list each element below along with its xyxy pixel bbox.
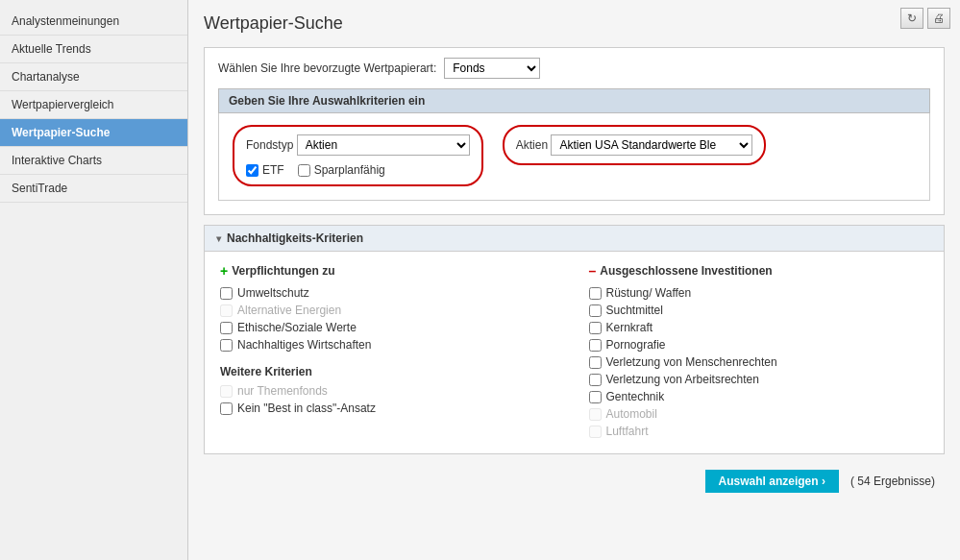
best-in-class-checkbox[interactable] xyxy=(220,402,233,415)
main-content: ↻ 🖨 Wertpapier-Suche Wählen Sie Ihre bev… xyxy=(188,0,960,560)
checkbox-row: ETF Sparplanfähig xyxy=(246,163,470,177)
sidebar-item-aktuelle-trends[interactable]: Aktuelle Trends xyxy=(0,36,187,63)
aktien-select[interactable]: Aktien USA Standardwerte Ble Aktien Euro… xyxy=(551,134,752,156)
nachhaltigkeits-header[interactable]: ▾ Nachhaltigkeits-Kriterien xyxy=(205,226,944,252)
ruestung-checkbox[interactable] xyxy=(589,287,602,300)
check-suchtmittel: Suchtmittel xyxy=(589,304,929,317)
bottom-bar: Auswahl anzeigen › ( 54 Ergebnisse) xyxy=(204,464,945,499)
nur-themenfonds-checkbox xyxy=(220,385,233,398)
print-icon: 🖨 xyxy=(933,12,945,25)
verpflichtungen-title: + Verpflichtungen zu xyxy=(220,263,560,279)
sidebar-item-senti-trade[interactable]: SentiTrade xyxy=(0,175,187,203)
check-umweltschutz: Umweltschutz xyxy=(220,286,560,300)
kernkraft-checkbox[interactable] xyxy=(589,322,602,334)
ergebnisse-text: ( 54 Ergebnisse) xyxy=(850,475,935,488)
wertpapierart-label: Wählen Sie Ihre bevorzugte Wertpapierart… xyxy=(218,61,436,75)
sparplan-checkbox-label[interactable]: Sparplanfähig xyxy=(298,163,385,177)
sidebar: Analystenmeinungen Aktuelle Trends Chart… xyxy=(0,0,188,560)
minus-icon: – xyxy=(589,263,597,279)
ausgeschlossene-title: – Ausgeschlossene Investitionen xyxy=(589,263,929,279)
sparplan-checkbox[interactable] xyxy=(298,164,310,177)
pornografie-checkbox[interactable] xyxy=(589,339,602,352)
print-button[interactable]: 🖨 xyxy=(927,8,950,29)
ausgeschlossene-column: – Ausgeschlossene Investitionen Rüstung/… xyxy=(589,263,929,442)
wertpapierart-row: Wählen Sie Ihre bevorzugte Wertpapierart… xyxy=(218,58,930,79)
ethische-checkbox[interactable] xyxy=(220,322,233,334)
check-pornografie: Pornografie xyxy=(589,338,929,352)
umweltschutz-checkbox[interactable] xyxy=(220,287,233,300)
verpflichtungen-column: + Verpflichtungen zu Umweltschutz Altern… xyxy=(220,263,560,442)
automobil-checkbox xyxy=(589,408,602,421)
luftfahrt-checkbox xyxy=(589,426,602,438)
nachhaltigkeits-section: ▾ Nachhaltigkeits-Kriterien + Verpflicht… xyxy=(204,225,945,454)
auswahl-anzeigen-button[interactable]: Auswahl anzeigen › xyxy=(705,470,839,493)
refresh-button[interactable]: ↻ xyxy=(900,8,923,29)
menschenrechten-checkbox[interactable] xyxy=(589,356,602,369)
aktien-group: Aktien Aktien USA Standardwerte Ble Akti… xyxy=(503,125,767,165)
check-nachhaltiges: Nachhaltiges Wirtschaften xyxy=(220,338,560,352)
check-arbeitsrechten: Verletzung von Arbeitsrechten xyxy=(589,373,929,386)
check-menschenrechten: Verletzung von Menschenrechten xyxy=(589,355,929,369)
check-ethische: Ethische/Soziale Werte xyxy=(220,321,560,334)
page-title: Wertpapier-Suche xyxy=(204,13,945,34)
nachhaltigkeits-body: + Verpflichtungen zu Umweltschutz Altern… xyxy=(205,252,944,453)
sidebar-item-wertpapiervergleich[interactable]: Wertpapiervergleich xyxy=(0,91,187,119)
collapse-arrow-icon: ▾ xyxy=(216,233,221,244)
etf-checkbox[interactable] xyxy=(246,164,258,177)
check-luftfahrt: Luftfahrt xyxy=(589,425,929,438)
fondstyp-label: Fondstyp xyxy=(246,138,293,152)
sidebar-item-interaktive-charts[interactable]: Interaktive Charts xyxy=(0,147,187,175)
search-top-section: Wählen Sie Ihre bevorzugte Wertpapierart… xyxy=(204,47,945,215)
fondstyp-group: Fondstyp Aktien Anleihen Mischfonds Geld… xyxy=(233,125,483,186)
filters-row: Fondstyp Aktien Anleihen Mischfonds Geld… xyxy=(233,125,916,186)
check-nur-themenfonds: nur Themenfonds xyxy=(220,384,560,398)
plus-icon: + xyxy=(220,263,228,279)
check-gentechnik: Gentechnik xyxy=(589,390,929,403)
refresh-icon: ↻ xyxy=(907,12,917,25)
check-alternative-energien: Alternative Energien xyxy=(220,304,560,317)
fondstyp-select[interactable]: Aktien Anleihen Mischfonds Geldmarkt xyxy=(297,134,470,156)
check-kernkraft: Kernkraft xyxy=(589,321,929,334)
etf-checkbox-label[interactable]: ETF xyxy=(246,163,284,177)
suchtmittel-checkbox[interactable] xyxy=(589,304,602,317)
criteria-header: Geben Sie Ihre Auswahlkriterien ein xyxy=(218,88,930,113)
nachhaltiges-checkbox[interactable] xyxy=(220,339,233,352)
criteria-body: Fondstyp Aktien Anleihen Mischfonds Geld… xyxy=(218,113,930,201)
toolbar: ↻ 🖨 xyxy=(900,8,950,29)
weitere-kriterien-title: Weitere Kriterien xyxy=(220,365,560,378)
check-ruestung: Rüstung/ Waffen xyxy=(589,286,929,300)
check-best-in-class: Kein "Best in class"-Ansatz xyxy=(220,402,560,415)
sidebar-item-analystenmeinungen[interactable]: Analystenmeinungen xyxy=(0,8,187,36)
alternative-energien-checkbox xyxy=(220,304,233,317)
aktien-label: Aktien xyxy=(516,138,548,152)
sidebar-item-chartanalyse[interactable]: Chartanalyse xyxy=(0,63,187,91)
gentechnik-checkbox[interactable] xyxy=(589,391,602,403)
check-automobil: Automobil xyxy=(589,407,929,421)
arbeitsrechten-checkbox[interactable] xyxy=(589,374,602,386)
sidebar-item-wertpapier-suche[interactable]: Wertpapier-Suche xyxy=(0,119,187,147)
wertpapierart-select[interactable]: Fonds Aktien ETF Zertifikate xyxy=(444,58,540,79)
